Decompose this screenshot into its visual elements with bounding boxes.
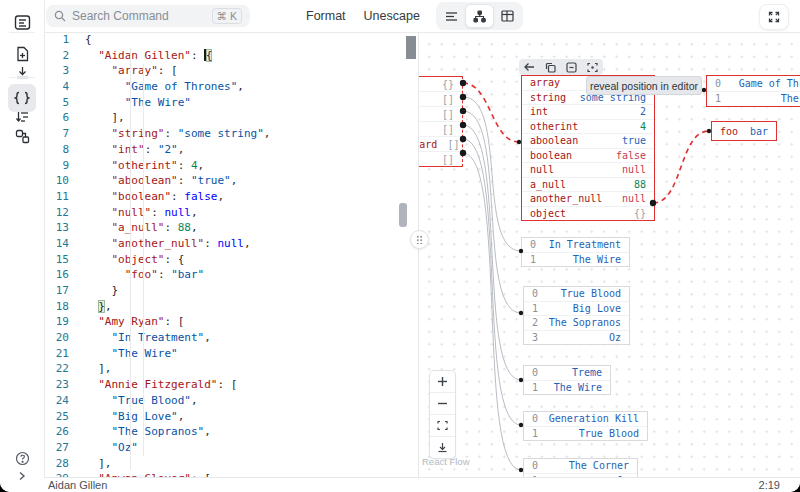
- table-view-button[interactable]: [494, 4, 521, 28]
- collapse-node-icon[interactable]: [566, 62, 577, 73]
- row-value: Oz: [599, 332, 621, 343]
- node-row[interactable]: foobar: [712, 122, 776, 140]
- editor-scroll-pill[interactable]: [399, 203, 407, 227]
- code-line[interactable]: 23 "Annie Fitzgerald": [: [44, 377, 418, 393]
- node-row[interactable]: object{}: [522, 206, 654, 221]
- row-value: Treme: [562, 367, 602, 378]
- node-row[interactable]: Alice Farmer[]: [418, 151, 462, 166]
- code-line[interactable]: 9 "otherint": 4,: [44, 158, 418, 174]
- fit-view-button[interactable]: [430, 414, 455, 436]
- node-row[interactable]: 1The Wire: [707, 91, 800, 107]
- code-line[interactable]: 16 "foo": "bar": [44, 267, 418, 283]
- node-row[interactable]: 1The Wire: [522, 252, 629, 267]
- node-row[interactable]: booleanfalse: [522, 148, 654, 163]
- collapse-sidebar-chevron-icon[interactable]: [8, 462, 36, 490]
- node-row[interactable]: abooleantrue: [522, 133, 654, 148]
- fullscreen-button[interactable]: [759, 4, 789, 30]
- graph-node-annie-fitzgerald[interactable]: 0True Blood1Big Love2The Sopranos3Oz: [523, 286, 630, 345]
- export-image-button[interactable]: [430, 436, 455, 458]
- code-line[interactable]: 1{: [44, 32, 418, 48]
- code-line[interactable]: 24 "True Blood",: [44, 393, 418, 409]
- editor-scrollbar-thumb[interactable]: [406, 36, 416, 59]
- code-line[interactable]: 19 "Amy Ryan": [: [44, 314, 418, 330]
- code-line[interactable]: 26 "The Sopranos",: [44, 424, 418, 440]
- node-row[interactable]: Aidan Gillen{}: [418, 77, 462, 91]
- row-value: null: [612, 164, 646, 175]
- zoom-out-button[interactable]: [430, 392, 455, 414]
- node-row[interactable]: 0In Treatment: [522, 238, 629, 252]
- code-line[interactable]: 5 "The Wire": [44, 95, 418, 111]
- graph-node-aidan-object[interactable]: foobar: [711, 121, 777, 141]
- search-placeholder: Search Command: [72, 9, 212, 23]
- panel-resize-handle[interactable]: [410, 230, 429, 249]
- node-row[interactable]: 2The Sopranos: [524, 315, 629, 330]
- code-line[interactable]: 7 "string": "some string",: [44, 126, 418, 142]
- code-line[interactable]: 10 "aboolean": "true",: [44, 173, 418, 189]
- code-line[interactable]: 27 "Oz": [44, 440, 418, 456]
- graph-node-anwan-glover[interactable]: 0Treme1The Wire: [523, 365, 611, 395]
- copy-node-icon[interactable]: [545, 62, 556, 73]
- graph-node-root[interactable]: Aidan Gillen{}Amy Ryan[]Annie Fitzgerald…: [418, 76, 463, 167]
- code-line[interactable]: 18 },: [44, 299, 418, 315]
- row-value: Game of Thrones: [729, 78, 800, 89]
- code-line[interactable]: 14 "another_null": null,: [44, 236, 418, 252]
- node-row[interactable]: Annie Fitzgerald[]: [418, 106, 462, 121]
- code-line[interactable]: 25 "Big Love",: [44, 409, 418, 425]
- reveal-in-editor-icon[interactable]: [524, 62, 535, 72]
- graph-node-alice-farmer[interactable]: 0The Corner1Oz2The Wire: [523, 458, 638, 477]
- graph-canvas[interactable]: Aidan Gillen{}Amy Ryan[]Annie Fitzgerald…: [418, 32, 800, 477]
- graph-node-aidan-array[interactable]: 0Game of Thrones1The Wire: [706, 75, 800, 107]
- code-line[interactable]: 8 "int": "2",: [44, 142, 418, 158]
- code-line[interactable]: 13 "a_null": 88,: [44, 220, 418, 236]
- node-row[interactable]: 3Oz: [524, 330, 629, 345]
- row-key: foo: [720, 126, 738, 137]
- focus-node-icon[interactable]: [587, 62, 598, 73]
- linked-nodes-icon[interactable]: [8, 122, 36, 150]
- code-line[interactable]: 15 "object": {: [44, 252, 418, 268]
- unescape-button[interactable]: Unescape: [364, 9, 420, 23]
- zoom-in-button[interactable]: [430, 371, 455, 392]
- node-row[interactable]: 0Treme: [524, 366, 610, 380]
- graph-node-alexander-skarsgard[interactable]: 0Generation Kill1True Blood: [523, 411, 648, 441]
- line-number: 14: [44, 236, 69, 252]
- node-row[interactable]: otherint4: [522, 119, 654, 134]
- code-line[interactable]: 20 "In Treatment",: [44, 330, 418, 346]
- code-line[interactable]: 11 "boolean": false,: [44, 189, 418, 205]
- row-value: []: [432, 124, 454, 135]
- code-line[interactable]: 17 }: [44, 283, 418, 299]
- node-row[interactable]: 1True Blood: [524, 426, 647, 441]
- node-row[interactable]: a_null88: [522, 177, 654, 192]
- node-row[interactable]: Anwan Glover[]: [418, 121, 462, 136]
- format-button[interactable]: Format: [306, 9, 346, 23]
- graph-node-aidan-gillen[interactable]: array[]stringsome stringint2otherint4abo…: [521, 75, 655, 221]
- row-value: 88: [624, 179, 646, 190]
- row-index: 0: [532, 288, 538, 299]
- code-line[interactable]: 3 "array": [: [44, 63, 418, 79]
- node-row[interactable]: 0Generation Kill: [524, 412, 647, 426]
- row-value: []: [437, 139, 459, 150]
- json-code-editor[interactable]: 1{2 "Aidan Gillen": {3 "array": [4 "Game…: [44, 32, 418, 477]
- node-row[interactable]: 1Big Love: [524, 301, 629, 316]
- node-row[interactable]: Alexander Skarsgard[]: [418, 136, 462, 151]
- code-line[interactable]: 22 ],: [44, 361, 418, 377]
- search-input[interactable]: Search Command ⌘ K: [46, 5, 250, 27]
- node-row[interactable]: 0Game of Thrones: [707, 76, 800, 91]
- code-line[interactable]: 4 "Game of Thrones",: [44, 79, 418, 95]
- node-row[interactable]: 0True Blood: [524, 287, 629, 301]
- node-row[interactable]: int2: [522, 104, 654, 119]
- graph-node-amy-ryan[interactable]: 0In Treatment1The Wire: [521, 237, 630, 267]
- code-line[interactable]: 21 "The Wire": [44, 346, 418, 362]
- node-row[interactable]: another_nullnull: [522, 191, 654, 206]
- code-line[interactable]: 2 "Aidan Gillen": {: [44, 48, 418, 64]
- code-line[interactable]: 28 ],: [44, 456, 418, 472]
- code-line[interactable]: 12 "null": null,: [44, 205, 418, 221]
- node-row[interactable]: Amy Ryan[]: [418, 91, 462, 106]
- search-icon: [54, 10, 66, 22]
- node-row[interactable]: nullnull: [522, 162, 654, 177]
- list-view-button[interactable]: [438, 4, 465, 28]
- download-icon[interactable]: [8, 58, 36, 86]
- node-row[interactable]: 0The Corner: [524, 459, 637, 473]
- code-line[interactable]: 6 ],: [44, 110, 418, 126]
- graph-view-button[interactable]: [465, 4, 494, 28]
- node-row[interactable]: 1The Wire: [524, 380, 610, 395]
